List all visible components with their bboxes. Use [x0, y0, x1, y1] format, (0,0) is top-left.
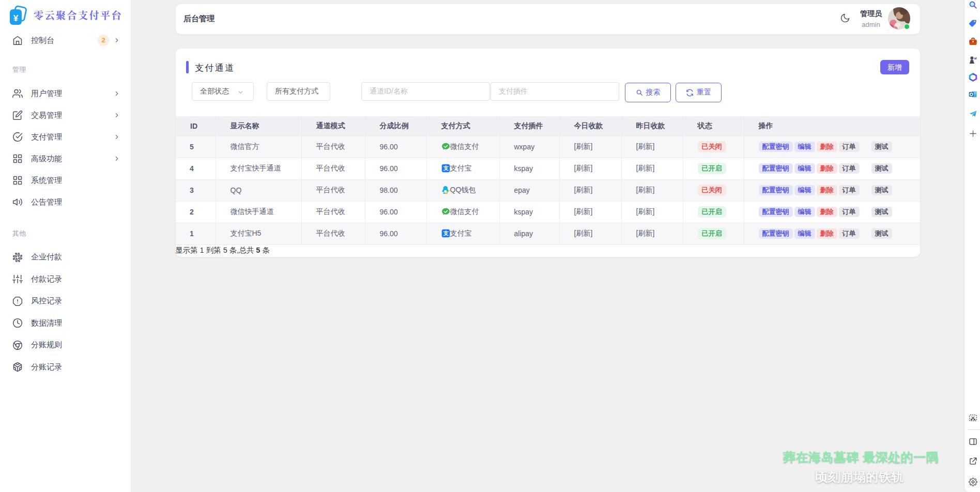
svg-text:¥: ¥	[13, 13, 19, 23]
svg-text:支: 支	[442, 230, 449, 236]
svg-text:支: 支	[442, 165, 449, 171]
